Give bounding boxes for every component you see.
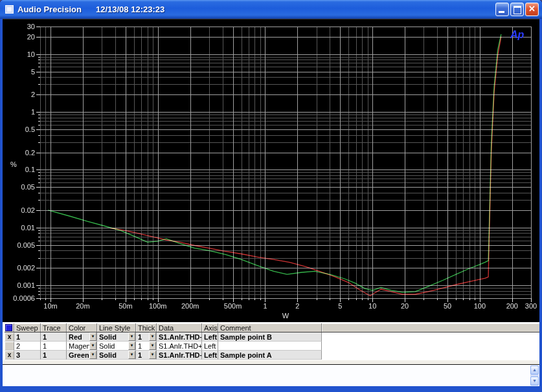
y-tick-label: 20 [27,33,35,41]
color-dropdown-icon[interactable]: ▼ [89,342,96,350]
thick-value: 1 [136,351,149,359]
trace-cell[interactable]: 1 [41,342,67,351]
table-row-sweep3: x 3 1 Green▼ Solid▼ 1▼ S1.Anlr.THD+N R: … [5,351,322,360]
x-tick-label: 2 [295,302,299,310]
y-tick-label: 0.01 [21,224,35,232]
audio-precision-window: Audio Precision 12/13/08 12:23:23 ✕ 10m2… [0,0,542,392]
axis-cell[interactable]: Left [202,342,218,351]
scroll-up-icon[interactable]: ▲ [530,365,539,375]
line-style-dropdown-icon[interactable]: ▼ [128,342,135,350]
window-datetime: 12/13/08 12:23:23 [96,5,164,14]
column-header-thick[interactable]: Thick [136,323,157,332]
sweep-cell[interactable]: 1 [14,332,41,342]
line-style-cell[interactable]: Solid▼ [97,351,136,360]
table-row-sweep1: x 1 1 Red▼ Solid▼ 1▼ S1.Anlr.THD+N R: Le… [5,332,322,342]
column-header-comment[interactable]: Comment [218,323,322,332]
x-tick-label: 100m [149,302,167,310]
y-tick-label: 0.001 [17,281,35,289]
y-tick-label: 0.2 [25,149,35,157]
color-value: Green [67,351,89,359]
comment-cell[interactable]: Sample point B [218,332,322,342]
comment-cell[interactable] [218,342,322,351]
y-tick-label: 0.0006 [13,294,35,302]
x-tick-label: 50m [119,302,132,310]
x-tick-label: 200 [506,302,518,310]
data-cell[interactable]: S1.Anlr.THD+N R [157,342,202,351]
x-tick-label: 300 [525,302,537,310]
axis-cell[interactable]: Left [202,332,218,342]
y-tick-label: 10 [27,50,35,58]
y-tick-label: 30 [27,23,35,30]
data-cell[interactable]: S1.Anlr.THD+N R: [157,351,202,360]
axis-ticks [36,27,532,303]
selector-square[interactable] [5,324,12,331]
x-tick-label: 10m [43,302,57,310]
window-title: Audio Precision [17,5,82,14]
x-tick-label: 20 [401,302,409,310]
thick-value: 1 [136,332,149,341]
data-cell[interactable]: S1.Anlr.THD+N R: [157,332,202,342]
maximize-button[interactable] [510,3,524,16]
thd-vs-power-plot[interactable]: 10m20m50m100m200m500m1251020501002003003… [3,19,539,323]
x-tick-label: 200m [181,302,199,310]
grid-major [40,27,532,299]
table-row-sweep2: 2 1 Magen▼ Solid▼ 1▼ S1.Anlr.THD+N R Lef… [5,342,322,351]
visible-checkbox[interactable] [5,342,14,351]
color-cell[interactable]: Red▼ [67,332,97,342]
column-header-trace[interactable]: Trace [41,323,67,332]
visible-checkbox[interactable]: x [5,351,14,360]
table-header-row: Sweep Trace Color Line Style Thick Data … [5,323,539,332]
trace-cell[interactable]: 1 [41,332,67,342]
y-tick-label: 0.005 [17,241,35,249]
y-tick-label: 0.02 [21,206,35,214]
y-tick-label: 5 [31,68,35,76]
color-cell[interactable]: Green▼ [67,351,97,360]
thick-dropdown-icon[interactable]: ▼ [149,351,156,359]
thick-cell[interactable]: 1▼ [136,351,157,360]
visible-checkbox[interactable]: x [5,332,14,342]
thick-cell[interactable]: 1▼ [136,332,157,342]
scroll-down-icon[interactable]: ▼ [530,376,539,386]
x-tick-label: 10 [368,302,376,310]
axis-cell[interactable]: Left [202,351,218,360]
color-cell[interactable]: Magen▼ [67,342,97,351]
y-tick-label: 2 [31,91,35,98]
column-header-line-style[interactable]: Line Style [97,323,136,332]
y-axis-unit-label: % [10,160,17,168]
color-dropdown-icon[interactable]: ▼ [89,351,96,359]
minimize-button[interactable] [495,3,509,16]
close-button[interactable]: ✕ [525,3,539,16]
graph-panel[interactable]: 10m20m50m100m200m500m1251020501002003003… [3,19,539,322]
column-header-axis[interactable]: Axis [202,323,218,332]
line-style-dropdown-icon[interactable]: ▼ [128,332,135,341]
color-dropdown-icon[interactable]: ▼ [89,332,96,341]
line-style-cell[interactable]: Solid▼ [97,342,136,351]
x-tick-label: 500m [224,302,242,310]
x-tick-label: 1 [263,302,267,310]
x-tick-label: 50 [444,302,451,310]
selector-header-cell[interactable] [5,323,14,332]
color-value: Red [67,332,89,341]
column-header-filler [322,323,539,332]
sweep-cell[interactable]: 3 [14,351,41,360]
column-header-sweep[interactable]: Sweep [14,323,41,332]
color-value: Magen [67,342,89,350]
audio-precision-logo: Ap [510,29,525,40]
line-style-value: Solid [97,351,128,359]
y-tick-label: 1 [31,108,35,116]
app-icon [5,5,14,14]
comment-cell[interactable]: Sample point A [218,351,322,360]
y-tick-label: 0.002 [17,264,35,272]
line-style-dropdown-icon[interactable]: ▼ [128,351,135,359]
sweep-cell[interactable]: 2 [14,342,41,351]
column-header-color[interactable]: Color [67,323,97,332]
vertical-scrollbar[interactable]: ▲ ▼ [530,365,539,386]
thick-dropdown-icon[interactable]: ▼ [149,342,156,350]
thick-dropdown-icon[interactable]: ▼ [149,332,156,341]
trace-cell[interactable]: 1 [41,351,67,360]
thick-cell[interactable]: 1▼ [136,342,157,351]
x-tick-label: 5 [338,302,342,310]
line-style-cell[interactable]: Solid▼ [97,332,136,342]
title-bar[interactable]: Audio Precision 12/13/08 12:23:23 ✕ [0,0,542,19]
column-header-data[interactable]: Data [157,323,202,332]
